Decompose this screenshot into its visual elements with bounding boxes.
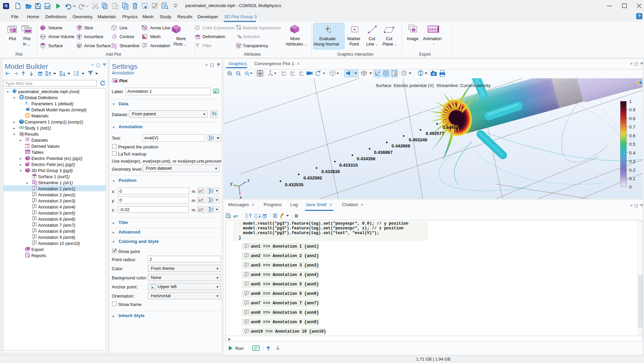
svg-text:0.8: 0.8 [629,116,635,121]
svg-text:0.644517: 0.644517 [442,125,461,130]
svg-text:0.7: 0.7 [629,124,635,130]
svg-text:0.434356: 0.434356 [357,156,375,161]
svg-text:0.9: 0.9 [629,107,635,112]
svg-text:0.432592: 0.432592 [303,175,322,180]
svg-text:0.442608: 0.442608 [392,143,410,148]
svg-text:0.436867: 0.436867 [374,150,393,155]
svg-text:z: z [247,178,250,183]
svg-text:0.3: 0.3 [629,159,635,164]
svg-text:0.4: 0.4 [629,150,635,156]
svg-text:0.1: 0.1 [629,176,635,181]
svg-text:0.433315: 0.433315 [339,163,358,168]
svg-text:0: 0 [629,185,632,190]
svg-text:0.455240: 0.455240 [409,137,427,142]
svg-text:1: 1 [629,99,632,104]
svg-text:0.6: 0.6 [629,133,635,138]
svg-text:y: y [230,181,233,186]
svg-text:Run: Run [235,346,244,351]
svg-text:0.5: 0.5 [629,142,635,147]
svg-text:0.492577: 0.492577 [426,131,444,136]
svg-text:x: x [240,195,242,199]
svg-text:a=: a= [233,214,238,219]
svg-text:0.432836: 0.432836 [321,169,340,174]
svg-text:0.2: 0.2 [629,168,635,173]
svg-text:xy: xy [283,71,286,74]
svg-text:Surface: Electric potential (V: Surface: Electric potential (V) Streamli… [376,83,491,88]
svg-text:0.432535: 0.432535 [285,182,303,187]
svg-text:yz: yz [292,71,294,74]
svg-text:xz: xz [300,71,303,74]
